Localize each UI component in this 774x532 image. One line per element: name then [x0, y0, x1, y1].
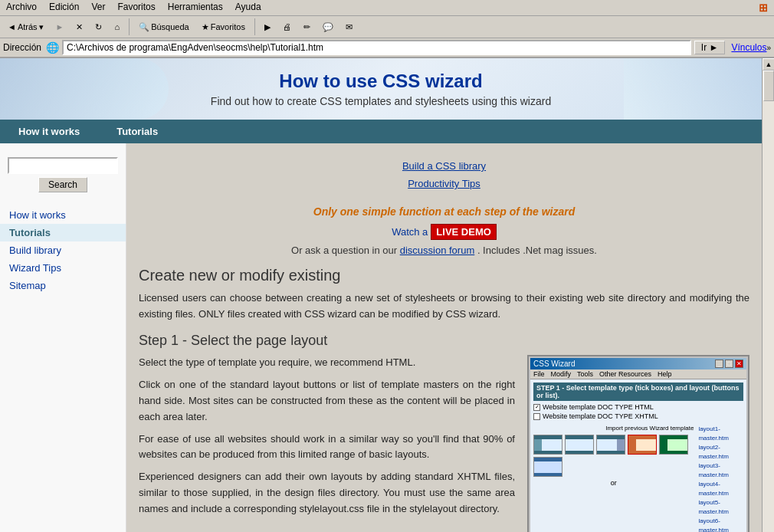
menu-archivo[interactable]: Archivo — [6, 2, 37, 14]
edit-button[interactable]: ✏ — [299, 20, 315, 34]
sidebar-nav: How it works Tutorials Build library Wiz… — [0, 206, 126, 294]
layout-thumb-6[interactable] — [533, 457, 562, 477]
cb-html-label: Website template DOC TYPE HTML — [543, 403, 654, 411]
separator2 — [254, 18, 255, 35]
stop-button[interactable]: ✕ — [71, 20, 87, 34]
search-toolbar-button[interactable]: 🔍 Búsqueda — [134, 20, 194, 34]
minimize-button[interactable]: _ — [715, 360, 723, 368]
ss-layout-section: Import previous Wizard template — [533, 425, 743, 532]
toolbar: ◄ Atrás ▾ ► ✕ ↻ ⌂ 🔍 Búsqueda ★ Favoritos… — [0, 16, 774, 38]
address-label: Dirección — [3, 42, 41, 53]
close-button[interactable]: ✕ — [735, 360, 743, 368]
cb-html[interactable]: ✓ — [533, 404, 540, 411]
ss-checkbox-html: ✓ Website template DOC TYPE HTML — [533, 403, 743, 411]
ss-menu-modify[interactable]: Modify — [551, 370, 572, 378]
main-nav: How it works Tutorials — [0, 120, 762, 143]
favorites-toolbar-button[interactable]: ★ Favoritos — [197, 20, 250, 34]
section1-heading: Create new or modify existing — [139, 267, 749, 284]
nav-how-it-works[interactable]: How it works — [0, 120, 98, 143]
go-button[interactable]: Ir ► — [694, 41, 726, 54]
links-chevron: » — [766, 44, 771, 52]
step1-heading: Step 1 - Select the page layout — [139, 333, 749, 349]
scroll-thumb[interactable] — [763, 71, 774, 101]
scroll-track[interactable] — [763, 71, 774, 532]
section1-body: Licensed users can choose between creati… — [139, 291, 749, 323]
separator — [129, 18, 130, 35]
menu-bar: Archivo Edición Ver Favoritos Herramient… — [0, 0, 774, 16]
search-button[interactable]: Search — [38, 177, 87, 192]
discussion-line: Or ask a question in our discussion foru… — [139, 245, 749, 256]
ss-menu-help[interactable]: Help — [658, 370, 672, 378]
ss-menu-file[interactable]: File — [533, 370, 545, 378]
menu-herramientas[interactable]: Herramientas — [168, 2, 223, 14]
sidebar-item-sitemap[interactable]: Sitemap — [0, 277, 126, 294]
sidebar-item-build-library[interactable]: Build library — [0, 241, 126, 259]
build-css-library-link[interactable]: Build a CSS library — [139, 157, 749, 175]
scroll-container[interactable]: How to use CSS wizard Find out how to cr… — [0, 58, 762, 532]
vertical-scrollbar[interactable]: ▲ ▼ — [762, 58, 774, 532]
discussion-suffix: . Includes .Net mag issues. — [477, 245, 597, 256]
site-subtitle: Find out how to create CSS templates and… — [15, 95, 746, 107]
ss-layout-thumbs: Import previous Wizard template — [533, 425, 694, 532]
step1-layout: Select the type of template you require,… — [139, 355, 749, 532]
links-label[interactable]: Vínculos — [731, 42, 766, 53]
layout-thumb-5[interactable] — [659, 435, 688, 455]
step1-p4: Experienced designers can add their own … — [139, 469, 515, 517]
productivity-tips-link[interactable]: Productivity Tips — [139, 175, 749, 192]
screenshot-menubar: File Modify Tools Other Resources Help — [530, 369, 746, 379]
refresh-button[interactable]: ↻ — [90, 20, 107, 34]
top-links: Build a CSS library Productivity Tips — [139, 151, 749, 199]
menu-edicion[interactable]: Edición — [49, 2, 79, 14]
browser-window: Archivo Edición Ver Favoritos Herramient… — [0, 0, 774, 532]
menu-ayuda[interactable]: Ayuda — [235, 2, 261, 14]
step1-text: Select the type of template you require,… — [139, 355, 515, 532]
discuss-button[interactable]: 💬 — [318, 20, 338, 34]
list-item-3[interactable]: layout3-master.htm — [698, 461, 743, 480]
live-demo-badge[interactable]: LIVE DEMO — [431, 224, 497, 240]
menu-favoritos[interactable]: Favoritos — [117, 2, 155, 14]
messenger-button[interactable]: ✉ — [341, 20, 357, 34]
layout-thumb-1[interactable] — [533, 435, 562, 455]
live-demo-line: Watch a LIVE DEMO — [139, 224, 749, 240]
cb-xhtml[interactable] — [533, 413, 540, 420]
watch-link[interactable]: Watch a — [392, 226, 428, 238]
menu-ver[interactable]: Ver — [91, 2, 105, 14]
media-button[interactable]: ▶ — [260, 20, 275, 34]
search-input[interactable] — [8, 157, 118, 174]
list-item-1[interactable]: layout1-master.htm — [698, 425, 743, 443]
header-text-block: How to use CSS wizard Find out how to cr… — [15, 71, 746, 107]
back-button[interactable]: ◄ Atrás ▾ — [3, 20, 48, 34]
address-input[interactable] — [62, 40, 691, 55]
home-button[interactable]: ⌂ — [110, 20, 124, 34]
highlight-line: Only one simple function at each step of… — [139, 205, 749, 218]
ss-menu-tools[interactable]: Tools — [577, 370, 593, 378]
site-title: How to use CSS wizard — [15, 71, 746, 92]
discussion-forum-link[interactable]: discussion forum — [400, 245, 475, 256]
titlebar-buttons: _ □ ✕ — [715, 360, 743, 368]
nav-tutorials[interactable]: Tutorials — [98, 120, 176, 143]
ss-right-list: layout1-master.htm layout2-master.htm la… — [698, 425, 743, 532]
screenshot-frame: CSS Wizard _ □ ✕ File — [527, 355, 749, 532]
sidebar-item-how-it-works[interactable]: How it works — [0, 206, 126, 224]
page-area: How to use CSS wizard Find out how to cr… — [0, 58, 774, 532]
list-item-2[interactable]: layout2-master.htm — [698, 443, 743, 461]
content-layout: Search How it works Tutorials Build libr… — [0, 143, 762, 532]
scroll-up-button[interactable]: ▲ — [763, 58, 774, 71]
list-item-4[interactable]: layout4-master.htm — [698, 480, 743, 498]
forward-button[interactable]: ► — [51, 20, 69, 34]
layout-thumb-2[interactable] — [565, 435, 594, 455]
import-btn[interactable]: Import previous Wizard template — [533, 425, 694, 432]
ss-menu-other[interactable]: Other Resources — [599, 370, 651, 378]
ss-step-label: STEP 1 - Select template type (tick boxe… — [533, 383, 743, 401]
layout-thumb-3[interactable] — [596, 435, 625, 455]
step1-p2: Click on one of the standard layout butt… — [139, 377, 515, 425]
sidebar-item-wizard-tips[interactable]: Wizard Tips — [0, 259, 126, 277]
step1-p1: Select the type of template you require,… — [139, 355, 515, 371]
print-button[interactable]: 🖨 — [278, 20, 296, 34]
maximize-button[interactable]: □ — [725, 360, 733, 368]
ss-checkbox-xhtml: Website template DOC TYPE XHTML — [533, 412, 743, 420]
list-item-6[interactable]: layout6-master.htm — [698, 517, 743, 532]
layout-thumb-4[interactable] — [628, 435, 657, 455]
list-item-5[interactable]: layout5-master.htm — [698, 498, 743, 517]
sidebar-item-tutorials[interactable]: Tutorials — [0, 224, 126, 241]
